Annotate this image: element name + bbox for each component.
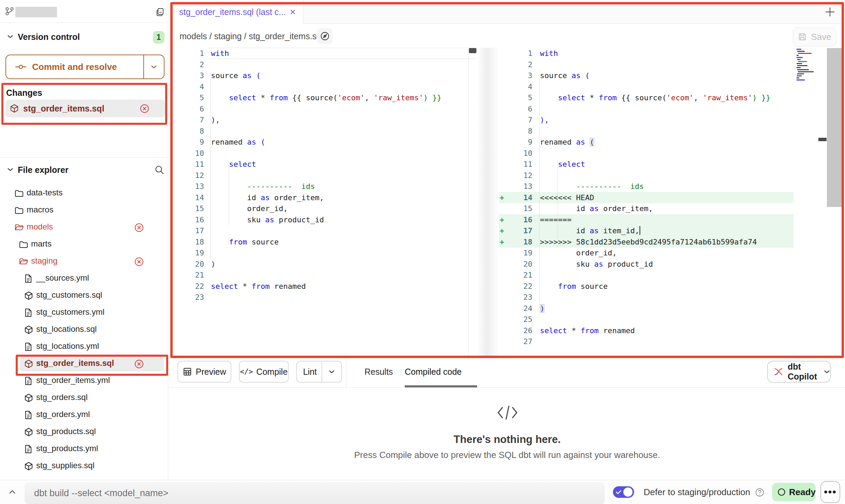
changes-item[interactable]: stg_order_items.sql bbox=[5, 100, 165, 117]
code-line[interactable]: order_id, bbox=[540, 247, 617, 258]
code-line[interactable]: select * from {{ source('ecom', 'raw_ite… bbox=[211, 92, 442, 103]
code-line[interactable]: sku as product_id bbox=[540, 258, 653, 270]
line-number: 9 bbox=[180, 136, 204, 148]
code-line[interactable]: with bbox=[211, 48, 229, 59]
tab-results[interactable]: Results bbox=[364, 361, 393, 383]
command-input[interactable]: dbt build --select <model_name> bbox=[25, 482, 605, 504]
file-item-stg_products.yml[interactable]: stg_products.yml bbox=[0, 441, 168, 458]
discard-icon[interactable] bbox=[134, 257, 144, 266]
commit-icon bbox=[15, 63, 27, 70]
text-cursor bbox=[640, 226, 640, 235]
code-line[interactable]: >>>>>>> 58c1dd23d5eebd9cd2495fa7124ab61b… bbox=[540, 236, 757, 248]
lint-dropdown[interactable] bbox=[321, 361, 341, 382]
code-line[interactable]: select * from renamed bbox=[540, 325, 635, 336]
branch-name-placeholder bbox=[15, 7, 57, 17]
line-number: 8 bbox=[180, 125, 204, 137]
right-scrollbar-marker[interactable] bbox=[818, 138, 827, 141]
line-number: 21 bbox=[180, 269, 204, 281]
code-line[interactable]: ), bbox=[211, 114, 220, 125]
more-button[interactable]: ••• bbox=[820, 481, 840, 503]
code-line[interactable]: source as ( bbox=[540, 70, 590, 81]
doc-icon bbox=[24, 342, 33, 352]
code-line[interactable]: id as order_item, bbox=[211, 192, 324, 203]
chevron-down-icon bbox=[151, 64, 157, 69]
file-item-models[interactable]: models bbox=[0, 219, 168, 236]
code-line[interactable]: from source bbox=[540, 281, 608, 292]
commit-dropdown[interactable] bbox=[143, 55, 164, 78]
file-item-stg_customers.sql[interactable]: stg_customers.sql bbox=[0, 287, 168, 304]
right-scrollbar-track[interactable] bbox=[827, 48, 842, 207]
file-item-stg_products.sql[interactable]: stg_products.sql bbox=[0, 424, 168, 441]
copy-icon[interactable] bbox=[155, 8, 165, 17]
discard-icon[interactable] bbox=[134, 223, 144, 232]
code-line[interactable]: ---------- ids bbox=[540, 181, 644, 192]
file-explorer-chevron-icon[interactable] bbox=[7, 167, 14, 172]
left-pane-scrollbar-thumb[interactable] bbox=[469, 48, 476, 53]
file-item-macros[interactable]: macros bbox=[0, 202, 168, 219]
file-item-__sources.yml[interactable]: __sources.yml bbox=[0, 270, 168, 287]
code-line[interactable]: id as order_item, bbox=[540, 203, 653, 214]
discard-icon[interactable] bbox=[140, 104, 149, 113]
code-line[interactable]: <<<<<<< HEAD bbox=[540, 192, 594, 203]
code-line[interactable]: ) bbox=[211, 258, 215, 270]
line-number: 11 bbox=[509, 159, 532, 170]
code-line[interactable]: select bbox=[540, 159, 585, 170]
file-item-stg_locations.sql[interactable]: stg_locations.sql bbox=[0, 321, 168, 338]
file-item-stg_customers.yml[interactable]: stg_customers.yml bbox=[0, 304, 168, 321]
tab-compiled-code[interactable]: Compiled code bbox=[405, 361, 462, 383]
compile-button[interactable]: </> Compile bbox=[239, 361, 289, 383]
file-item-marts[interactable]: marts bbox=[0, 236, 168, 253]
help-icon[interactable] bbox=[755, 488, 764, 497]
code-line[interactable]: ) bbox=[540, 303, 544, 314]
file-item-stg_order_items.sql[interactable]: stg_order_items.sql bbox=[0, 355, 168, 372]
code-line[interactable]: ), bbox=[540, 114, 549, 125]
defer-toggle[interactable] bbox=[613, 486, 634, 498]
commit-and-resolve-button[interactable]: Commit and resolve bbox=[5, 55, 164, 79]
file-explorer-title[interactable]: File explorer bbox=[18, 165, 69, 175]
file-item-staging[interactable]: staging bbox=[0, 253, 168, 270]
code-line[interactable]: ======= bbox=[540, 214, 572, 225]
code-line[interactable]: ---------- ids bbox=[211, 181, 315, 192]
file-item-stg_order_items.yml[interactable]: stg_order_items.yml bbox=[0, 372, 168, 389]
collapse-chevron-icon[interactable] bbox=[8, 489, 16, 494]
file-item-stg_orders.yml[interactable]: stg_orders.yml bbox=[0, 406, 168, 424]
file-item-stg_orders.sql[interactable]: stg_orders.sql bbox=[0, 389, 168, 406]
code-line[interactable]: with bbox=[540, 48, 558, 59]
indent-guide bbox=[539, 71, 540, 303]
file-item-data-tests[interactable]: data-tests bbox=[0, 185, 168, 202]
file-item-label: stg_products.yml bbox=[36, 444, 98, 453]
code-line[interactable]: from source bbox=[211, 236, 279, 248]
git-branch-icon[interactable] bbox=[5, 6, 14, 16]
file-item-label: models bbox=[27, 222, 53, 232]
dbt-copilot-label: dbt Copilot bbox=[788, 362, 820, 382]
version-control-chevron-icon[interactable] bbox=[7, 34, 14, 39]
code-line[interactable]: source as ( bbox=[211, 70, 261, 81]
version-control-title[interactable]: Version control bbox=[18, 32, 80, 42]
code-line[interactable]: renamed as ( bbox=[211, 136, 265, 148]
lint-button[interactable]: Lint bbox=[296, 361, 342, 383]
minimap[interactable] bbox=[797, 49, 818, 81]
ellipsis-icon: ••• bbox=[824, 486, 837, 498]
search-icon[interactable] bbox=[154, 165, 164, 175]
code-line[interactable]: select bbox=[211, 159, 256, 170]
code-line[interactable]: sku as product_id bbox=[211, 214, 324, 225]
ready-status-badge[interactable]: Ready bbox=[772, 483, 816, 501]
dbt-copilot-button[interactable]: dbt Copilot bbox=[767, 361, 831, 383]
diff-editor[interactable]: 1with23source as (45 select * from {{ so… bbox=[168, 0, 845, 358]
line-number: 15 bbox=[180, 203, 204, 214]
code-line[interactable]: order_id, bbox=[211, 203, 288, 214]
line-number: 23 bbox=[180, 292, 204, 303]
indent-guide bbox=[558, 160, 558, 247]
code-slash-icon bbox=[497, 404, 518, 421]
code-line[interactable]: id as item_id, bbox=[540, 225, 640, 236]
discard-icon[interactable] bbox=[134, 359, 144, 369]
line-number: 10 bbox=[509, 148, 532, 159]
file-item-label: stg_order_items.sql bbox=[36, 358, 114, 368]
code-line[interactable]: select * from renamed bbox=[211, 281, 306, 292]
file-item-stg_locations.yml[interactable]: stg_locations.yml bbox=[0, 338, 168, 355]
file-item-stg_supplies.sql[interactable]: stg_supplies.sql bbox=[0, 458, 168, 475]
code-line[interactable]: select * from {{ source('ecom', 'raw_ite… bbox=[540, 92, 771, 103]
preview-button[interactable]: Preview bbox=[177, 361, 231, 383]
pane-sash[interactable] bbox=[477, 48, 499, 358]
code-line[interactable]: renamed as ( bbox=[540, 136, 594, 148]
